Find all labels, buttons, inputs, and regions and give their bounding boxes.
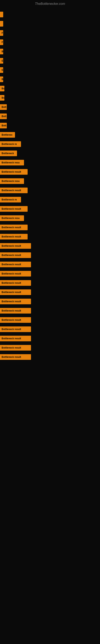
bar-row: Bottleneck resu: [0, 177, 100, 185]
bar-label: Bottleneck result: [0, 262, 31, 267]
bar-label: Bottleneck resu: [0, 215, 24, 221]
bar-row: E: [0, 57, 100, 64]
bar-label: [0, 21, 3, 26]
bar-label: Bottleneck: [0, 150, 17, 156]
bar-label: F: [0, 30, 3, 36]
bar-row: Bottleneck resu: [0, 159, 100, 166]
bar-row: Bottleneck result: [0, 186, 100, 194]
bar-row: Bottleneck result: [0, 326, 100, 333]
bar-label: Bo: [0, 95, 4, 100]
bar-label: E: [0, 67, 3, 73]
bar-label: Bottleneck re: [0, 197, 21, 202]
bar-label: B: [0, 49, 3, 54]
bar-label: Bottleneck result: [0, 299, 31, 304]
bar-row: Bottlenec: [0, 131, 100, 139]
bar-row: Bo: [0, 94, 100, 102]
bar-row: Bottleneck result: [0, 316, 100, 324]
bar-row: Bo: [0, 85, 100, 92]
bar-row: Bottleneck result: [0, 335, 100, 342]
bar-label: Bottleneck resu: [0, 160, 24, 166]
bar-row: Bottleneck re: [0, 140, 100, 148]
bar-row: Bottleneck resu: [0, 214, 100, 222]
bar-label: Bottleneck result: [0, 317, 31, 323]
bar-label: Bottleneck re: [0, 141, 21, 147]
bar-label: Bott: [0, 123, 7, 128]
bar-label: F: [0, 40, 3, 45]
bar-row: Bottleneck result: [0, 298, 100, 305]
bar-row: E: [0, 66, 100, 74]
bar-row: Bottleneck result: [0, 168, 100, 176]
bar-label: Bottleneck result: [0, 326, 31, 332]
site-title: TheBottlenecker.com: [0, 0, 100, 7]
bar-row: Bottleneck result: [0, 205, 100, 213]
bar-label: Bottleneck result: [0, 271, 31, 276]
bar-row: Bottleneck result: [0, 279, 100, 287]
bar-label: Bottleneck result: [0, 188, 28, 193]
bar-label: Bottleneck result: [0, 345, 31, 350]
bar-row: Bottleneck result: [0, 251, 100, 259]
bar-row: B: [0, 76, 100, 83]
bar-row: B: [0, 48, 100, 55]
bar-label: Bottleneck result: [0, 280, 31, 286]
bar-row: Bottleneck result: [0, 288, 100, 296]
bar-label: Bo: [0, 86, 4, 91]
bar-label: Bottleneck result: [0, 224, 28, 230]
bar-label: Bottleneck result: [0, 308, 31, 314]
bar-row: Bottleneck result: [0, 242, 100, 250]
bar-row: Bottleneck result: [0, 224, 100, 231]
bar-label: [0, 12, 3, 17]
bar-row: F: [0, 29, 100, 37]
bar-label: Bottleneck result: [0, 234, 28, 240]
bar-label: Bottleneck result: [0, 169, 28, 175]
bar-label: Bott: [0, 104, 7, 110]
bar-row: Bottleneck: [0, 150, 100, 157]
bar-row: Bott: [0, 103, 100, 111]
bar-row: Bottleneck re: [0, 196, 100, 204]
bar-row: Bottleneck result: [0, 270, 100, 278]
bars-container: FFBEEBBoBoBottBottBottBottlenecBottlenec…: [0, 7, 100, 362]
bar-row: Bottleneck result: [0, 353, 100, 361]
bar-row: Bottleneck result: [0, 344, 100, 352]
bar-row: [0, 11, 100, 18]
bar-row: Bottleneck result: [0, 260, 100, 268]
bar-row: Bott: [0, 122, 100, 130]
bar-label: E: [0, 58, 3, 64]
bar-label: Bottleneck result: [0, 243, 31, 249]
bar-label: Bottleneck result: [0, 252, 31, 258]
bar-label: Bottleneck result: [0, 336, 31, 341]
bar-row: Bott: [0, 112, 100, 120]
bar-label: Bottleneck result: [0, 290, 31, 295]
bar-label: Bottlenec: [0, 132, 15, 138]
bar-row: [0, 20, 100, 28]
bar-row: F: [0, 38, 100, 46]
bar-label: Bottleneck resu: [0, 178, 24, 184]
bar-row: Bottleneck result: [0, 307, 100, 314]
bar-row: Bottleneck result: [0, 233, 100, 240]
bar-label: Bottleneck result: [0, 206, 28, 212]
bar-label: B: [0, 76, 3, 82]
bar-label: Bott: [0, 114, 7, 119]
bar-label: Bottleneck result: [0, 354, 31, 360]
